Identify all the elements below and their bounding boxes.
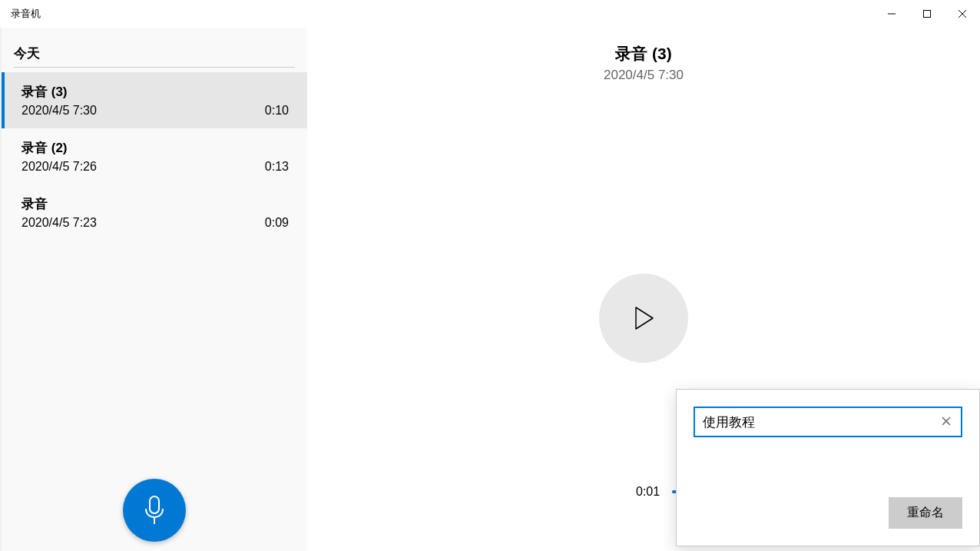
recording-duration: 0:09 [265, 216, 289, 230]
divider [14, 67, 295, 68]
record-button[interactable] [123, 479, 186, 542]
recording-date: 2020/4/5 7:30 [22, 104, 97, 118]
maximize-button[interactable] [909, 0, 945, 28]
recording-duration: 0:10 [265, 104, 289, 118]
confirm-rename-button[interactable]: 重命名 [889, 497, 962, 529]
window-title: 录音机 [11, 7, 41, 21]
recording-title: 录音 (3) [22, 83, 289, 101]
recording-item[interactable]: 录音 (2) 2020/4/5 7:26 0:13 [2, 128, 307, 184]
play-button[interactable] [599, 274, 688, 363]
play-icon [633, 306, 654, 330]
current-recording-title: 录音 (3) [307, 43, 980, 65]
close-icon [942, 417, 951, 426]
minimize-button[interactable] [874, 0, 909, 28]
recording-item[interactable]: 录音 2020/4/5 7:23 0:09 [2, 184, 307, 241]
current-recording-date: 2020/4/5 7:30 [307, 68, 980, 83]
recording-duration: 0:13 [265, 160, 289, 174]
svg-rect-1 [924, 11, 931, 18]
recording-title: 录音 (2) [22, 139, 289, 157]
main-panel: 录音 (3) 2020/4/5 7:30 0:01 [307, 28, 980, 551]
recordings-sidebar: 今天 录音 (3) 2020/4/5 7:30 0:10 录音 (2) 2020… [0, 28, 307, 551]
close-button[interactable] [945, 0, 980, 28]
clear-input-button[interactable] [939, 414, 953, 428]
section-header: 今天 [2, 28, 307, 67]
svg-rect-4 [150, 496, 159, 513]
microphone-icon [143, 495, 166, 526]
recording-date: 2020/4/5 7:23 [22, 216, 97, 230]
svg-marker-6 [636, 307, 653, 329]
recording-date: 2020/4/5 7:26 [22, 160, 97, 174]
titlebar: 录音机 [0, 0, 980, 28]
recording-title: 录音 [22, 195, 289, 213]
rename-popup: 重命名 [676, 389, 980, 546]
recording-item[interactable]: 录音 (3) 2020/4/5 7:30 0:10 [2, 72, 307, 128]
time-elapsed: 0:01 [636, 485, 660, 499]
rename-input[interactable] [694, 407, 962, 437]
